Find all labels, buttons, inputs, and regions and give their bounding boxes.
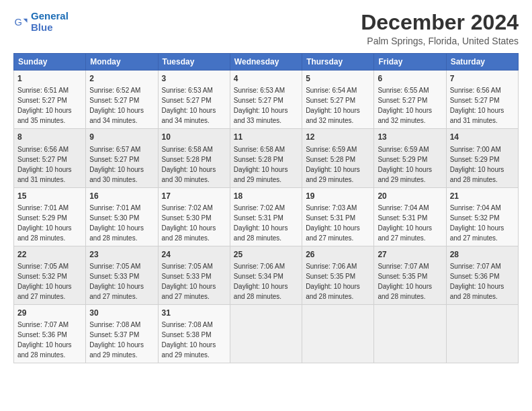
day-info: Sunrise: 7:06 AMSunset: 5:35 PMDaylight:… bbox=[306, 263, 360, 300]
day-info: Sunrise: 7:04 AMSunset: 5:31 PMDaylight:… bbox=[378, 204, 432, 242]
weekday-header-thursday: Thursday bbox=[302, 54, 374, 71]
day-number: 7 bbox=[450, 73, 515, 84]
day-number: 6 bbox=[378, 73, 442, 84]
calendar-cell: 4 Sunrise: 6:53 AMSunset: 5:27 PMDayligh… bbox=[230, 71, 302, 129]
location-title: Palm Springs, Florida, United States bbox=[361, 36, 519, 46]
calendar-cell: 27 Sunrise: 7:07 AMSunset: 5:35 PMDaylig… bbox=[374, 246, 446, 304]
day-number: 25 bbox=[234, 249, 298, 260]
calendar-cell: 6 Sunrise: 6:55 AMSunset: 5:27 PMDayligh… bbox=[374, 71, 446, 129]
calendar-cell: 1 Sunrise: 6:51 AMSunset: 5:27 PMDayligh… bbox=[14, 71, 86, 129]
day-number: 11 bbox=[234, 132, 298, 142]
day-info: Sunrise: 7:02 AMSunset: 5:31 PMDaylight:… bbox=[234, 204, 288, 242]
calendar-cell: 24 Sunrise: 7:05 AMSunset: 5:33 PMDaylig… bbox=[158, 246, 230, 304]
calendar-cell: 28 Sunrise: 7:07 AMSunset: 5:36 PMDaylig… bbox=[446, 246, 518, 304]
calendar-cell: 17 Sunrise: 7:02 AMSunset: 5:30 PMDaylig… bbox=[158, 187, 230, 246]
calendar-week-3: 15 Sunrise: 7:01 AMSunset: 5:29 PMDaylig… bbox=[14, 187, 519, 246]
day-number: 20 bbox=[378, 191, 442, 201]
day-number: 16 bbox=[89, 191, 154, 201]
day-info: Sunrise: 7:08 AMSunset: 5:38 PMDaylight:… bbox=[162, 321, 216, 359]
calendar-cell: 23 Sunrise: 7:05 AMSunset: 5:33 PMDaylig… bbox=[86, 246, 158, 304]
day-info: Sunrise: 7:00 AMSunset: 5:29 PMDaylight:… bbox=[450, 146, 504, 183]
calendar-cell: 10 Sunrise: 6:58 AMSunset: 5:28 PMDaylig… bbox=[158, 129, 230, 187]
logo: G General Blue bbox=[13, 11, 69, 33]
weekday-header-monday: Monday bbox=[86, 54, 158, 71]
day-info: Sunrise: 6:59 AMSunset: 5:28 PMDaylight:… bbox=[306, 146, 360, 183]
calendar-cell: 21 Sunrise: 7:04 AMSunset: 5:32 PMDaylig… bbox=[446, 187, 518, 246]
calendar-cell: 15 Sunrise: 7:01 AMSunset: 5:29 PMDaylig… bbox=[14, 187, 86, 246]
month-title: December 2024 bbox=[361, 11, 519, 34]
calendar-cell: 26 Sunrise: 7:06 AMSunset: 5:35 PMDaylig… bbox=[302, 246, 374, 304]
calendar-table: SundayMondayTuesdayWednesdayThursdayFrid… bbox=[13, 53, 519, 363]
svg-marker-1 bbox=[24, 18, 28, 22]
day-number: 3 bbox=[162, 73, 226, 84]
calendar-cell bbox=[446, 304, 518, 363]
calendar-cell: 8 Sunrise: 6:56 AMSunset: 5:27 PMDayligh… bbox=[14, 129, 86, 187]
weekday-header-tuesday: Tuesday bbox=[158, 54, 230, 71]
day-info: Sunrise: 6:51 AMSunset: 5:27 PMDaylight:… bbox=[17, 87, 72, 124]
day-number: 23 bbox=[89, 249, 154, 260]
day-info: Sunrise: 6:54 AMSunset: 5:27 PMDaylight:… bbox=[306, 87, 360, 124]
logo-icon: G bbox=[13, 15, 28, 30]
day-info: Sunrise: 6:52 AMSunset: 5:27 PMDaylight:… bbox=[89, 87, 144, 124]
day-info: Sunrise: 7:08 AMSunset: 5:37 PMDaylight:… bbox=[89, 321, 144, 359]
day-number: 30 bbox=[89, 308, 154, 318]
calendar-cell bbox=[230, 304, 302, 363]
weekday-header-sunday: Sunday bbox=[14, 54, 86, 71]
calendar-cell: 31 Sunrise: 7:08 AMSunset: 5:38 PMDaylig… bbox=[158, 304, 230, 363]
day-number: 1 bbox=[17, 73, 82, 84]
day-info: Sunrise: 6:59 AMSunset: 5:29 PMDaylight:… bbox=[378, 146, 432, 183]
day-number: 4 bbox=[234, 73, 298, 84]
day-info: Sunrise: 6:58 AMSunset: 5:28 PMDaylight:… bbox=[234, 146, 288, 183]
day-number: 26 bbox=[306, 249, 370, 260]
calendar-cell: 30 Sunrise: 7:08 AMSunset: 5:37 PMDaylig… bbox=[86, 304, 158, 363]
calendar-cell: 11 Sunrise: 6:58 AMSunset: 5:28 PMDaylig… bbox=[230, 129, 302, 187]
svg-text:G: G bbox=[14, 17, 21, 28]
calendar-week-5: 29 Sunrise: 7:07 AMSunset: 5:36 PMDaylig… bbox=[14, 304, 519, 363]
calendar-cell: 3 Sunrise: 6:53 AMSunset: 5:27 PMDayligh… bbox=[158, 71, 230, 129]
calendar-week-4: 22 Sunrise: 7:05 AMSunset: 5:32 PMDaylig… bbox=[14, 246, 519, 304]
calendar-cell: 18 Sunrise: 7:02 AMSunset: 5:31 PMDaylig… bbox=[230, 187, 302, 246]
day-number: 21 bbox=[450, 191, 515, 201]
day-number: 31 bbox=[162, 308, 226, 318]
logo-text: General Blue bbox=[31, 11, 69, 33]
calendar-cell: 2 Sunrise: 6:52 AMSunset: 5:27 PMDayligh… bbox=[86, 71, 158, 129]
day-info: Sunrise: 7:05 AMSunset: 5:33 PMDaylight:… bbox=[162, 263, 216, 300]
weekday-header-row: SundayMondayTuesdayWednesdayThursdayFrid… bbox=[14, 54, 519, 71]
calendar-cell: 9 Sunrise: 6:57 AMSunset: 5:27 PMDayligh… bbox=[86, 129, 158, 187]
day-number: 8 bbox=[17, 132, 82, 142]
day-number: 5 bbox=[306, 73, 370, 84]
day-info: Sunrise: 7:01 AMSunset: 5:30 PMDaylight:… bbox=[89, 204, 144, 242]
day-info: Sunrise: 7:02 AMSunset: 5:30 PMDaylight:… bbox=[162, 204, 216, 242]
day-info: Sunrise: 7:03 AMSunset: 5:31 PMDaylight:… bbox=[306, 204, 360, 242]
day-number: 24 bbox=[162, 249, 226, 260]
calendar-cell: 12 Sunrise: 6:59 AMSunset: 5:28 PMDaylig… bbox=[302, 129, 374, 187]
day-number: 13 bbox=[378, 132, 442, 142]
day-info: Sunrise: 6:56 AMSunset: 5:27 PMDaylight:… bbox=[17, 146, 72, 183]
day-info: Sunrise: 7:07 AMSunset: 5:36 PMDaylight:… bbox=[17, 321, 72, 359]
day-number: 19 bbox=[306, 191, 370, 201]
calendar-cell: 13 Sunrise: 6:59 AMSunset: 5:29 PMDaylig… bbox=[374, 129, 446, 187]
day-info: Sunrise: 6:57 AMSunset: 5:27 PMDaylight:… bbox=[89, 146, 144, 183]
day-info: Sunrise: 7:04 AMSunset: 5:32 PMDaylight:… bbox=[450, 204, 504, 242]
day-number: 17 bbox=[162, 191, 226, 201]
day-info: Sunrise: 6:56 AMSunset: 5:27 PMDaylight:… bbox=[450, 87, 504, 124]
day-number: 27 bbox=[378, 249, 442, 260]
calendar-cell: 7 Sunrise: 6:56 AMSunset: 5:27 PMDayligh… bbox=[446, 71, 518, 129]
day-number: 10 bbox=[162, 132, 226, 142]
day-number: 15 bbox=[17, 191, 82, 201]
calendar-week-2: 8 Sunrise: 6:56 AMSunset: 5:27 PMDayligh… bbox=[14, 129, 519, 187]
calendar-cell: 20 Sunrise: 7:04 AMSunset: 5:31 PMDaylig… bbox=[374, 187, 446, 246]
day-number: 12 bbox=[306, 132, 370, 142]
day-info: Sunrise: 6:55 AMSunset: 5:27 PMDaylight:… bbox=[378, 87, 432, 124]
calendar-cell: 16 Sunrise: 7:01 AMSunset: 5:30 PMDaylig… bbox=[86, 187, 158, 246]
day-info: Sunrise: 7:07 AMSunset: 5:36 PMDaylight:… bbox=[450, 263, 504, 300]
calendar-week-1: 1 Sunrise: 6:51 AMSunset: 5:27 PMDayligh… bbox=[14, 71, 519, 129]
day-number: 14 bbox=[450, 132, 515, 142]
day-number: 29 bbox=[17, 308, 82, 318]
calendar-cell: 22 Sunrise: 7:05 AMSunset: 5:32 PMDaylig… bbox=[14, 246, 86, 304]
day-info: Sunrise: 6:58 AMSunset: 5:28 PMDaylight:… bbox=[162, 146, 216, 183]
day-number: 18 bbox=[234, 191, 298, 201]
day-info: Sunrise: 7:05 AMSunset: 5:33 PMDaylight:… bbox=[89, 263, 144, 300]
day-info: Sunrise: 7:01 AMSunset: 5:29 PMDaylight:… bbox=[17, 204, 72, 242]
calendar-cell bbox=[374, 304, 446, 363]
